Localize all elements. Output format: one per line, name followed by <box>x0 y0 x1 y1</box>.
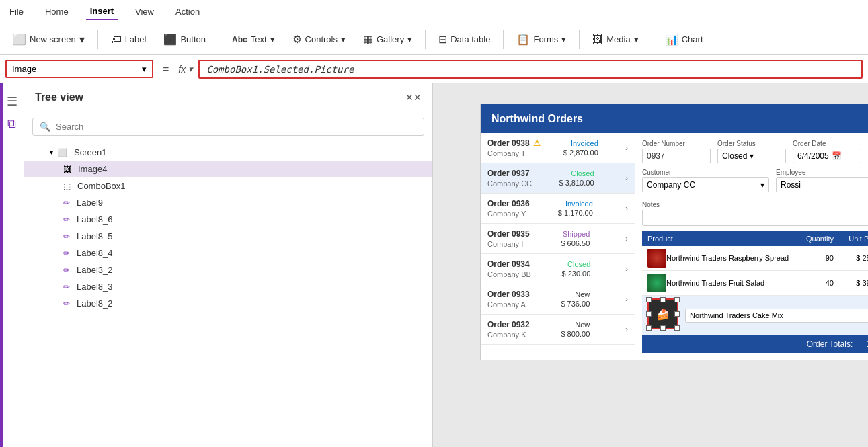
new-screen-button[interactable]: ⬜ New screen ▾ <box>5 30 92 49</box>
handle-bl[interactable] <box>646 325 652 331</box>
fx-chevron-icon: ▾ <box>188 64 193 74</box>
menu-action[interactable]: Action <box>171 4 204 19</box>
label-icon: 🏷 <box>111 34 122 46</box>
app-body: Order 0938 ⚠ Company T Invoiced $ 2,870.… <box>481 133 868 360</box>
tree-item-label8-5[interactable]: ✏ Label8_5 <box>24 228 432 245</box>
product-row-1: Northwind Traders Raspberry Spread 90 $ … <box>642 246 868 271</box>
label-item-icon-4: ✏ <box>63 249 70 258</box>
text-button[interactable]: Abc Text ▾ <box>225 31 282 48</box>
handle-ml[interactable] <box>646 311 652 317</box>
order-number-value[interactable]: 0937 <box>642 149 711 163</box>
separator-4 <box>503 30 504 49</box>
controls-chevron-icon: ▾ <box>341 34 346 44</box>
chart-button[interactable]: 📊 Chart <box>658 30 711 49</box>
name-box[interactable]: Image ▾ <box>5 60 153 78</box>
button-icon: ⬛ <box>163 33 177 46</box>
arrow-icon-0938: › <box>625 143 628 153</box>
button-button[interactable]: ⬛ Button <box>156 30 213 49</box>
close-tree-button[interactable]: ✕ <box>405 92 422 103</box>
search-box[interactable]: 🔍 <box>32 118 424 136</box>
tree-title: Tree view <box>35 91 83 104</box>
search-input[interactable] <box>56 122 417 132</box>
fx-icon: fx <box>178 64 186 75</box>
tree-item-screen1[interactable]: ▾ ⬜ Screen1 <box>24 144 432 161</box>
notes-input[interactable] <box>642 210 868 226</box>
media-icon: 🖼 <box>592 34 603 46</box>
controls-button[interactable]: ⚙ Controls ▾ <box>285 30 353 49</box>
order-item-0937[interactable]: Order 0937 Company CC Closed $ 3,810.00 … <box>481 163 635 194</box>
gallery-button[interactable]: ▦ Gallery ▾ <box>356 30 420 49</box>
tree-item-label9[interactable]: ✏ Label9 <box>24 194 432 211</box>
menu-bar: File Home Insert View Action <box>0 0 868 24</box>
product-row-new: 🍰 <box>642 296 868 335</box>
product-row-2: Northwind Traders Fruit Salad 40 $ 39.00… <box>642 271 868 296</box>
handle-tm[interactable] <box>660 297 666 302</box>
tree-items: ▾ ⬜ Screen1 🖼 Image4 ⬚ ComboBox1 ✏ Label… <box>24 141 432 447</box>
tree-item-label8-3[interactable]: ✏ Label8_3 <box>24 278 432 295</box>
tree-item-label8-6[interactable]: ✏ Label8_6 <box>24 211 432 228</box>
arrow-icon-0935: › <box>625 234 628 243</box>
separator-6 <box>652 30 652 49</box>
text-chevron-icon: ▾ <box>270 34 275 44</box>
label-button[interactable]: 🏷 Label <box>104 30 154 49</box>
screen-item-icon: ⬜ <box>57 148 67 157</box>
sidebar-icons: ☰ ⧉ <box>0 83 24 447</box>
separator-1 <box>97 30 98 49</box>
data-table-button[interactable]: ⊟ Data table <box>431 30 498 49</box>
forms-button[interactable]: 📋 Forms ▾ <box>509 30 574 49</box>
order-item-0932[interactable]: Order 0932 Company K New $ 800.00 › <box>481 315 635 345</box>
handle-bm[interactable] <box>660 325 666 331</box>
media-button[interactable]: 🖼 Media ▾ <box>585 30 645 49</box>
order-item-0938[interactable]: Order 0938 ⚠ Company T Invoiced $ 2,870.… <box>481 133 635 163</box>
product-combo[interactable]: Northwind Traders Cake Mix ▾ <box>685 309 868 323</box>
gallery-icon: ▦ <box>363 33 373 46</box>
arrow-icon-0934: › <box>625 264 628 274</box>
toolbar: ⬜ New screen ▾ 🏷 Label ⬛ Button Abc Text… <box>0 24 868 55</box>
tree-item-label3-2[interactable]: ✏ Label3_2 <box>24 261 432 278</box>
detail-row-2: Customer Company CC ▾ Employee Rossi ▾ <box>642 169 868 196</box>
employee-field: Employee Rossi ▾ <box>776 169 868 196</box>
order-item-0933[interactable]: Order 0933 Company A New $ 736.00 › <box>481 284 635 315</box>
handle-br[interactable] <box>674 325 680 331</box>
handle-mr[interactable] <box>674 311 680 317</box>
menu-file[interactable]: File <box>5 4 28 19</box>
app-preview: Northwind Orders 🗑 + ✕ ✓ Order 0938 <box>480 104 868 360</box>
product-thumb-2 <box>647 274 666 292</box>
fx-button[interactable]: fx ▾ <box>178 64 193 75</box>
order-item-0935[interactable]: Order 0935 Company I Shipped $ 606.50 › <box>481 224 635 254</box>
tree-item-label8-2[interactable]: ✏ Label8_2 <box>24 295 432 312</box>
controls-icon: ⚙ <box>292 33 302 46</box>
order-item-0934[interactable]: Order 0934 Company BB Closed $ 230.00 › <box>481 254 635 284</box>
data-table-icon: ⊟ <box>438 33 447 46</box>
formula-input[interactable]: ComboBox1.Selected.Picture <box>198 60 863 79</box>
hamburger-icon[interactable]: ☰ <box>7 94 17 109</box>
menu-insert[interactable]: Insert <box>86 3 118 20</box>
calendar-icon-1: 📅 <box>832 151 842 161</box>
arrow-icon-0933: › <box>625 294 628 304</box>
label-item-icon-7: ✏ <box>63 299 70 309</box>
order-item-0936[interactable]: Order 0936 Company Y Invoiced $ 1,170.00… <box>481 194 635 224</box>
customer-select[interactable]: Company CC ▾ <box>642 177 769 192</box>
menu-view[interactable]: View <box>131 4 158 19</box>
order-status-select[interactable]: Closed ▾ <box>717 149 786 163</box>
separator-3 <box>425 30 426 49</box>
collapse-icon: ▾ <box>50 149 53 156</box>
handle-tl[interactable] <box>646 297 652 302</box>
menu-home[interactable]: Home <box>41 4 73 19</box>
tree-item-image4[interactable]: 🖼 Image4 <box>24 161 432 177</box>
order-date-input[interactable]: 6/4/2005 📅 <box>793 149 861 163</box>
tree-item-label8-4[interactable]: ✏ Label8_4 <box>24 245 432 261</box>
employee-select[interactable]: Rossi ▾ <box>776 177 868 192</box>
product-thumb-1 <box>647 249 666 268</box>
notes-field: Notes <box>642 201 868 226</box>
arrow-icon-0932: › <box>625 325 628 334</box>
tree-item-combobox1[interactable]: ⬚ ComboBox1 <box>24 177 432 194</box>
label-item-icon: ✏ <box>63 198 70 208</box>
app-title: Northwind Orders <box>491 113 583 125</box>
order-list: Order 0938 ⚠ Company T Invoiced $ 2,870.… <box>481 133 635 360</box>
handle-tr[interactable] <box>674 297 680 302</box>
products-table-header: Product Quantity Unit Price Extended <box>642 231 868 246</box>
layers-icon[interactable]: ⧉ <box>7 117 16 131</box>
order-totals: Order Totals: 130 $ 3,810.00 <box>642 335 868 353</box>
tree-panel: Tree view ✕ 🔍 ▾ ⬜ Screen1 🖼 Image4 <box>24 83 433 447</box>
